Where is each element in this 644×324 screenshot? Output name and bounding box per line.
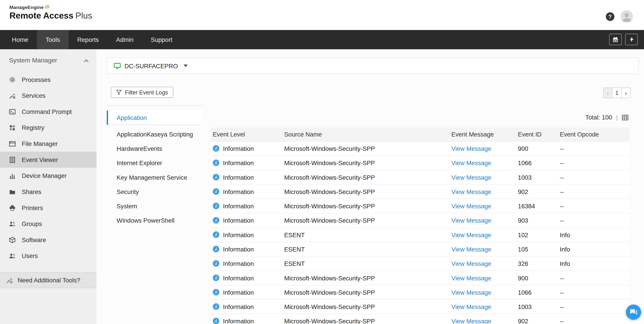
need-additional-tools-button[interactable]: Need Additional Tools? [0,272,96,288]
event-id: 1003 [516,170,557,184]
column-header-event-id: Event ID [516,127,557,141]
view-message-link[interactable]: View Message [452,303,492,310]
table-row: iInformationMicrosoft-Windows-Security-S… [210,213,629,228]
sidebar-item-file-manager[interactable]: File Manager [0,136,96,152]
event-id: 900 [516,141,557,155]
info-icon: i [213,318,219,324]
pagination-current-page[interactable]: 1 [612,88,622,98]
view-message-link[interactable]: View Message [452,274,492,281]
view-message-link[interactable]: View Message [452,317,492,324]
user-avatar[interactable] [620,10,633,23]
column-header-source-name: Source Name [282,127,449,141]
software-icon [9,236,16,243]
main-nav-bar: HomeToolsReportsAdminSupport [0,30,644,49]
avatar-person-icon [620,10,633,23]
sidebar-item-label: Services [22,92,46,99]
pagination-prev-button[interactable]: ‹ [603,88,612,98]
event-level: Information [223,188,254,195]
event-level: Information [223,202,254,209]
sidebar-item-services[interactable]: Services [0,88,96,104]
processes-icon [9,76,16,83]
brand-logo[interactable]: ManageEngine Remote AccessPlus [10,5,92,21]
pagination-next-button[interactable]: › [622,88,630,98]
event-opcode: -- [557,314,629,324]
sidebar-menu: ProcessesServicesCommand PromptRegistryF… [0,72,96,264]
event-level: Information [223,145,254,152]
help-icon[interactable]: ? [606,12,614,21]
category-security[interactable]: Security [107,185,202,199]
sidebar-item-printers[interactable]: Printers [0,200,96,216]
sidebar-item-groups[interactable]: Groups [0,216,96,232]
topbar-actions: ? [606,10,633,23]
info-icon: i [213,188,219,195]
pagination: ‹ 1 › [603,88,630,98]
view-message-link[interactable]: View Message [452,145,492,152]
table-row: iInformationMicrosoft-Windows-Security-S… [210,156,629,170]
category-applicationkaseya-scripting[interactable]: ApplicationKaseya Scripting [107,127,202,141]
nav-item-support[interactable]: Support [142,30,181,49]
nav-item-admin[interactable]: Admin [107,30,142,49]
sidebar-item-device-manager[interactable]: Device Manager [0,168,96,184]
registry-icon [9,124,16,131]
filter-event-logs-button[interactable]: Filter Event Logs [111,87,173,98]
device-selector[interactable]: DC-SURFACEPRO [107,58,639,74]
view-message-link[interactable]: View Message [452,217,492,224]
view-message-link[interactable]: View Message [452,188,492,195]
sidebar-section-system-manager[interactable]: System Manager [0,49,96,71]
sidebar-item-processes[interactable]: Processes [0,72,96,88]
sidebar-item-shares[interactable]: Shares [0,184,96,200]
grid-view-icon[interactable] [622,114,628,121]
services-icon [9,92,16,99]
chevron-down-icon [184,65,188,67]
table-row: iInformationMicrosoft-Windows-Security-S… [210,199,629,213]
category-hardwareevents[interactable]: HardwareEvents [107,141,202,156]
event-opcode: -- [557,141,629,155]
column-header-event-opcode: Event Opcode [557,127,629,141]
info-icon: i [213,274,219,281]
device-manager-icon [9,172,16,179]
view-message-link[interactable]: View Message [452,159,492,166]
chat-icon [630,308,638,316]
sidebar-item-label: Software [22,236,46,243]
event-level: Information [223,289,254,295]
info-icon: i [213,246,219,252]
nav-item-home[interactable]: Home [3,30,37,49]
info-icon: i [213,202,219,209]
chat-launcher-button[interactable] [626,304,641,320]
category-key-management-service[interactable]: Key Management Service [107,170,202,184]
sidebar-item-users[interactable]: Users [0,248,96,264]
event-level: Information [223,260,254,267]
nav-item-tools[interactable]: Tools [37,30,68,49]
tools-icon [6,277,14,283]
info-icon: i [213,217,219,223]
sidebar-item-command-prompt[interactable]: Command Prompt [0,104,96,120]
view-message-link[interactable]: View Message [452,174,492,181]
sidebar-item-event-viewer[interactable]: Event Viewer [0,152,96,168]
meta-separator: | [616,114,618,121]
sidebar-item-registry[interactable]: Registry [0,120,96,136]
column-header-event-message: Event Message [449,127,516,141]
tools-sidebar: System Manager ProcessesServicesCommand … [0,49,96,324]
view-message-link[interactable]: View Message [452,231,492,238]
sidebar-item-label: Printers [22,204,43,211]
view-message-link[interactable]: View Message [452,202,492,209]
category-system[interactable]: System [107,199,202,213]
brand-swoosh-icon [44,5,50,10]
category-application[interactable]: Application [107,111,202,125]
event-opcode: -- [557,285,629,299]
nav-item-reports[interactable]: Reports [69,30,108,49]
table-row: iInformationMicrosoft-Windows-Security-S… [210,300,629,314]
chevron-up-icon [84,59,88,64]
view-message-link[interactable]: View Message [452,245,492,252]
incognito-mode-button[interactable] [609,34,622,45]
source-name: Microsoft-Windows-Security-SPP [282,285,449,299]
category-windows-powershell[interactable]: Windows PowerShell [107,213,202,228]
category-internet-explorer[interactable]: Internet Explorer [107,156,202,170]
sidebar-item-label: Event Viewer [22,156,58,163]
view-message-link[interactable]: View Message [452,289,492,295]
view-message-link[interactable]: View Message [452,260,492,267]
event-id: 902 [516,314,557,324]
event-viewer-icon [9,156,16,163]
sidebar-item-software[interactable]: Software [0,232,96,248]
quick-launch-button[interactable] [625,34,638,45]
